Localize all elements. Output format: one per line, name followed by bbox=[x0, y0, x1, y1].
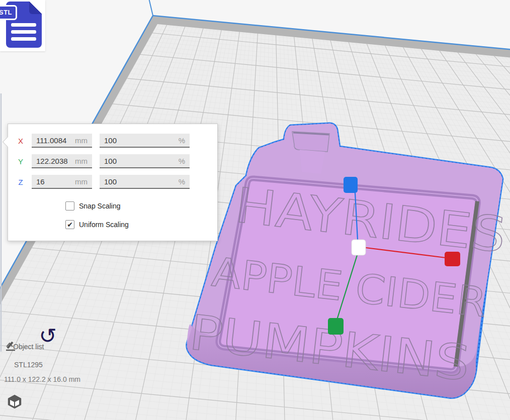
axis-label-x: X bbox=[15, 137, 26, 145]
stl-file-card[interactable]: STL bbox=[0, 0, 45, 51]
view-top-button[interactable] bbox=[46, 394, 61, 412]
z-size-value[interactable]: 16 bbox=[36, 177, 45, 186]
scale-row-x: X 111.0084 mm 100 % bbox=[8, 133, 217, 148]
x-size-input[interactable]: 111.0084 mm bbox=[32, 134, 92, 148]
z-percent-input[interactable]: 100 % bbox=[100, 175, 190, 189]
scale-handle-center[interactable] bbox=[352, 240, 366, 255]
scale-row-z: Z 16 mm 100 % bbox=[8, 174, 217, 189]
folded-corner-icon bbox=[29, 1, 42, 14]
scale-row-y: Y 122.2038 mm 100 % bbox=[8, 154, 217, 169]
x-size-value[interactable]: 111.0084 bbox=[36, 136, 66, 145]
object-list-item[interactable]: STL1295 bbox=[4, 359, 80, 371]
snap-scaling-option[interactable]: Snap Scaling bbox=[65, 201, 121, 211]
object-list-panel: Object list STL1295 111.0 x 122.2 x 16.0… bbox=[4, 341, 80, 383]
axis-label-y: Y bbox=[15, 157, 26, 166]
tab-slot-channel bbox=[300, 150, 325, 174]
uniform-scaling-option[interactable]: ✔ Uniform Scaling bbox=[65, 220, 129, 230]
snap-scaling-checkbox[interactable] bbox=[65, 201, 74, 211]
y-size-value[interactable]: 122.2038 bbox=[36, 157, 68, 165]
z-size-unit: mm bbox=[75, 177, 88, 186]
pencil-icon bbox=[4, 341, 17, 352]
y-percent-unit: % bbox=[179, 157, 185, 165]
y-percent-value[interactable]: 100 bbox=[104, 157, 117, 165]
y-size-input[interactable]: 122.2038 mm bbox=[32, 154, 92, 168]
view-right-button[interactable] bbox=[86, 394, 101, 412]
object-list-title[interactable]: Object list bbox=[13, 343, 44, 351]
y-percent-input[interactable]: 100 % bbox=[100, 154, 190, 168]
scale-handle-x[interactable] bbox=[445, 252, 460, 266]
object-name[interactable]: STL1295 bbox=[14, 361, 43, 369]
x-percent-value[interactable]: 100 bbox=[104, 136, 117, 145]
uniform-scaling-checkbox[interactable]: ✔ bbox=[65, 220, 74, 229]
stl-badge: STL bbox=[0, 5, 17, 20]
view-front-button[interactable] bbox=[27, 394, 42, 412]
x-size-unit: mm bbox=[75, 136, 88, 145]
axis-label-z: Z bbox=[15, 178, 26, 186]
z-size-input[interactable]: 16 mm bbox=[32, 175, 92, 189]
x-percent-input[interactable]: 100 % bbox=[100, 134, 190, 148]
z-percent-unit: % bbox=[179, 177, 185, 186]
object-dimensions: 111.0 x 122.2 x 16.0 mm bbox=[4, 375, 80, 383]
build-volume-corner-edge bbox=[149, 0, 153, 16]
view-left-button[interactable] bbox=[66, 394, 81, 412]
snap-scaling-label: Snap Scaling bbox=[79, 202, 121, 210]
scale-tool-panel: X 111.0084 mm 100 % Y 122.2038 mm 100 % … bbox=[8, 124, 218, 241]
scale-handle-y[interactable] bbox=[328, 318, 344, 335]
scale-handle-z[interactable] bbox=[344, 177, 358, 193]
cube-open-top-icon bbox=[7, 394, 22, 409]
camera-view-toolbar bbox=[7, 394, 101, 412]
uniform-scaling-label: Uniform Scaling bbox=[79, 221, 129, 229]
3d-viewport[interactable]: HAYRIDES APPLE CIDER PUMPKINS STL bbox=[0, 0, 510, 420]
z-percent-value[interactable]: 100 bbox=[104, 177, 117, 186]
x-percent-unit: % bbox=[179, 136, 185, 145]
y-size-unit: mm bbox=[75, 157, 88, 165]
